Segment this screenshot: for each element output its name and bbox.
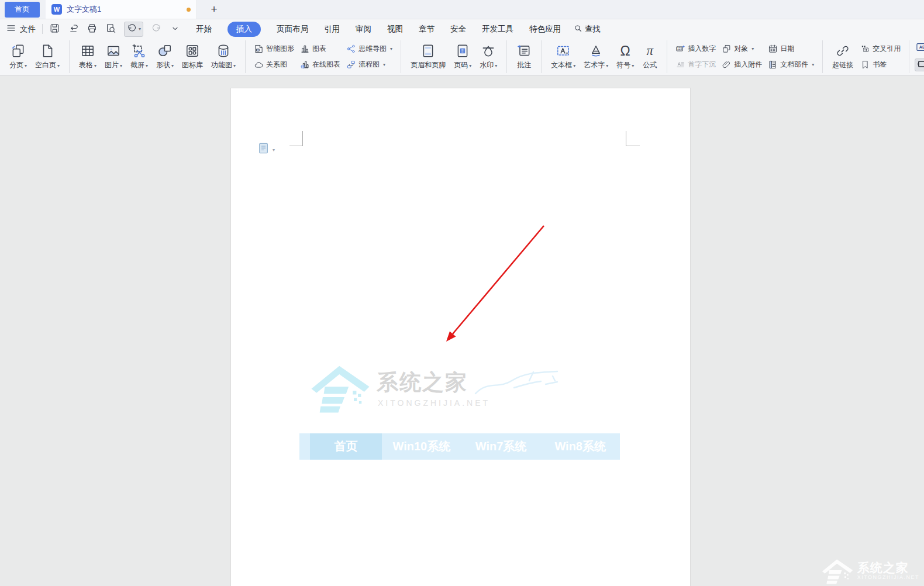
dropdown-caret-icon: ▾ xyxy=(383,62,385,67)
ribbon-button-page-number[interactable]: 页码▾ xyxy=(450,42,475,71)
watermark-house-logo-icon xyxy=(309,361,372,415)
ribbon-button-function-diagram[interactable]: 功能图▾ xyxy=(207,42,240,71)
document-tab-title: 文字文稿1 xyxy=(67,4,101,15)
menu-tab-security[interactable]: 安全 xyxy=(450,24,466,35)
ribbon-button-symbol[interactable]: Ω符号▾ xyxy=(612,42,638,71)
window-tab-bar: 首页 W 文字文稿1 + xyxy=(0,0,924,19)
textbox-icon xyxy=(556,43,571,58)
corner-logo-title: 系统之家 xyxy=(857,561,919,574)
nav-item-home: 首页 xyxy=(310,433,382,460)
ribbon-button-picture[interactable]: 图片▾ xyxy=(101,42,126,71)
ribbon-button-textbox[interactable]: 文本框▾ xyxy=(547,42,580,71)
chevron-more-icon xyxy=(170,23,181,36)
picture-icon xyxy=(106,43,121,58)
menu-tab-start[interactable]: 开始 xyxy=(196,24,212,35)
menu-tab-special-apps[interactable]: 特色应用 xyxy=(529,24,561,35)
form-frame-icon xyxy=(918,60,924,70)
ribbon-button-insert-number[interactable]: 123插入数字 xyxy=(675,43,716,56)
ribbon-group: 文本框▾艺术字▾Ω符号▾π公式 xyxy=(541,40,667,73)
ribbon-button-hyperlink[interactable]: 超链接 xyxy=(828,42,857,71)
dropdown-caret-icon: ▾ xyxy=(120,63,122,68)
dropdown-caret-icon: ▾ xyxy=(632,63,634,68)
ribbon-button-mindmap[interactable]: 思维导图▾ xyxy=(346,43,392,56)
ribbon-stack: 对象▾插入附件 xyxy=(722,43,762,71)
ribbon-button-shapes[interactable]: 形状▾ xyxy=(152,42,178,71)
ribbon-button-page-break[interactable]: 分页▾ xyxy=(5,42,31,71)
shapes-icon xyxy=(157,43,173,58)
ribbon-group: 智能图形关系图图表在线图表思维导图▾流程图▾ xyxy=(245,40,401,73)
object-icon xyxy=(722,44,732,54)
ribbon-button-bookmark[interactable]: 书签 xyxy=(860,58,901,71)
file-menu-button[interactable]: 文件 xyxy=(20,24,36,35)
ribbon-button-cross-reference[interactable]: 交叉引用 xyxy=(860,43,901,56)
wps-writer-window: 首页 W 文字文稿1 + 文件 ▾ 开始插入页面布局引用审阅视图章节安全开发工具… xyxy=(0,0,924,586)
new-tab-button[interactable]: + xyxy=(205,1,223,18)
ribbon-button-blank-page[interactable]: 空白页▾ xyxy=(31,42,64,71)
menu-tab-dev-tools[interactable]: 开发工具 xyxy=(482,24,513,35)
export-icon xyxy=(68,23,79,36)
menu-tab-references[interactable]: 引用 xyxy=(324,24,340,35)
menu-bar: 文件 ▾ 开始插入页面布局引用审阅视图章节安全开发工具特色应用 查找 xyxy=(0,19,924,39)
document-tag-icon xyxy=(258,142,270,157)
document-area[interactable]: ▾ 系统之家 XITONGZHIJIA.NET xyxy=(0,75,924,586)
margin-corner-mark-left xyxy=(289,131,303,146)
dropdown-caret-icon: ▾ xyxy=(495,63,497,68)
corner-logo-url: XITONGZHIJIA.NET xyxy=(857,574,919,580)
dropdown-caret-icon: ▾ xyxy=(25,63,27,68)
ribbon-button-relation[interactable]: 关系图 xyxy=(254,58,294,71)
document-page[interactable]: ▾ 系统之家 XITONGZHIJIA.NET xyxy=(231,88,690,586)
ribbon-button-icon-library[interactable]: 图标库 xyxy=(178,42,207,71)
ribbon-button-form-frame[interactable] xyxy=(915,58,924,71)
cross-reference-icon xyxy=(860,44,870,54)
ribbon-button-wordart[interactable]: 艺术字▾ xyxy=(580,42,612,71)
ribbon-button-date[interactable]: 日期 xyxy=(768,43,814,56)
ribbon-button-formula[interactable]: π公式 xyxy=(638,42,661,71)
tab-document[interactable]: W 文字文稿1 xyxy=(46,0,197,19)
tab-home[interactable]: 首页 xyxy=(5,2,40,18)
svg-text:123: 123 xyxy=(677,47,682,50)
ribbon-button-form-ab[interactable]: AB xyxy=(915,43,924,54)
ribbon-group: 123插入数字首字下沉对象▾插入附件日期文档部件▾ xyxy=(667,40,822,73)
menu-tab-page-layout[interactable]: 页面布局 xyxy=(277,24,308,35)
dropdown-caret-icon: ▾ xyxy=(146,63,148,68)
insert-number-icon: 123 xyxy=(675,44,685,54)
ribbon-button-table[interactable]: 表格▾ xyxy=(75,42,101,71)
print-button[interactable] xyxy=(87,23,98,36)
export-button[interactable] xyxy=(68,23,79,36)
toolbar-more-button[interactable] xyxy=(170,23,181,36)
undo-icon xyxy=(126,23,137,36)
menu-tab-view[interactable]: 视图 xyxy=(387,24,403,35)
redo-icon xyxy=(151,23,162,36)
bookmark-icon xyxy=(860,60,870,70)
ribbon-button-header-footer[interactable]: 页眉和页脚 xyxy=(406,42,450,71)
ribbon-button-online-chart[interactable]: 在线图表 xyxy=(300,58,340,71)
ribbon-button-watermark[interactable]: 水印▾ xyxy=(475,42,501,71)
ribbon-button-flowchart[interactable]: 流程图▾ xyxy=(346,58,392,71)
page-break-icon xyxy=(11,43,26,58)
dropdown-caret-icon: ▾ xyxy=(57,63,60,68)
ribbon-stack: 日期文档部件▾ xyxy=(768,43,814,71)
ribbon-button-doc-part[interactable]: 文档部件▾ xyxy=(768,58,814,71)
ribbon-button-attachment[interactable]: 插入附件 xyxy=(722,58,762,71)
dropdown-caret-icon: ▾ xyxy=(94,63,96,68)
page-widget-button[interactable]: ▾ xyxy=(258,142,275,157)
save-button[interactable] xyxy=(49,23,60,36)
ribbon-button-screenshot[interactable]: 截屏▾ xyxy=(126,42,152,71)
search-button[interactable]: 查找 xyxy=(574,24,601,35)
ribbon-button-comment[interactable]: 批注 xyxy=(512,42,536,71)
hamburger-menu-icon[interactable] xyxy=(6,23,16,35)
site-navbar-image: 首页Win10系统Win7系统Win8系统 xyxy=(299,433,620,460)
ribbon-button-chart[interactable]: 图表 xyxy=(300,43,340,56)
menu-items: 开始插入页面布局引用审阅视图章节安全开发工具特色应用 xyxy=(196,22,561,37)
menu-tab-insert[interactable]: 插入 xyxy=(227,22,261,37)
ribbon-button-smartart[interactable]: 智能图形 xyxy=(254,43,294,56)
dropdown-caret-icon: ▾ xyxy=(139,26,141,32)
undo-button[interactable]: ▾ xyxy=(124,22,143,37)
menu-tab-section[interactable]: 章节 xyxy=(419,24,435,35)
red-arrow-annotation[interactable] xyxy=(231,88,690,586)
print-preview-button[interactable] xyxy=(105,23,116,36)
corner-house-logo-icon xyxy=(821,556,854,585)
dropdown-caret-icon: ▾ xyxy=(812,62,814,67)
menu-tab-review[interactable]: 审阅 xyxy=(356,24,371,35)
ribbon-button-object[interactable]: 对象▾ xyxy=(722,43,762,56)
